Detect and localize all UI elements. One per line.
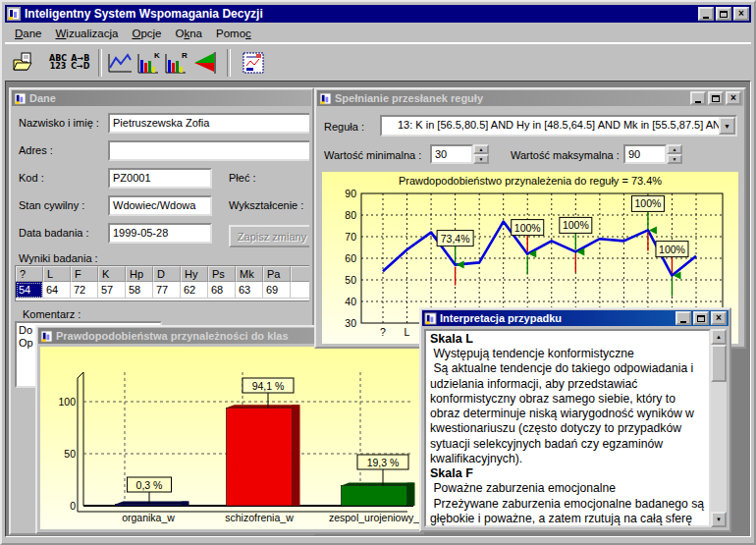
svg-text:R: R (182, 51, 188, 60)
menu-pomoc[interactable]: Pomoc (210, 26, 259, 41)
report-button[interactable] (242, 51, 265, 75)
results-table: ?LFKHpDHyPsMkPa54647257587762686369 (15, 265, 309, 301)
scale-paragraph: Poważne zaburzenia emocjonalne (430, 481, 706, 496)
arrow-down-icon: ▼ (716, 517, 722, 522)
bar-chart-r-button[interactable]: R (164, 50, 188, 76)
rule-titlebar[interactable]: Spełnianie przesłanek reguły × (317, 90, 743, 106)
dane-titlebar[interactable]: Dane (12, 90, 311, 106)
app-title: Inteligentny System Wspomagania Decyzji (25, 7, 694, 21)
minimize-button[interactable] (690, 91, 706, 105)
spin-down-button[interactable]: ▼ (667, 154, 682, 164)
main-titlebar: Inteligentny System Wspomagania Decyzji … (5, 5, 751, 23)
spin-up-button[interactable]: ▲ (667, 144, 682, 154)
results-cell[interactable]: 57 (98, 282, 126, 299)
results-cell[interactable]: 64 (43, 282, 71, 299)
bar-schizofrenia_w (227, 408, 293, 506)
minimize-button[interactable] (675, 311, 691, 325)
results-header-cell[interactable]: K (98, 266, 126, 282)
close-button[interactable]: × (733, 7, 749, 21)
results-header-cell[interactable]: Mk (236, 266, 263, 282)
svg-text:50: 50 (64, 448, 76, 460)
results-header-cell[interactable]: ? (16, 266, 43, 282)
abc-123-button[interactable]: ABC 123 (49, 55, 67, 71)
menu-wizualizacja[interactable]: Wizualizacja (50, 26, 127, 41)
results-cell[interactable]: 72 (71, 282, 98, 299)
date-input[interactable]: 1999-05-28 (108, 223, 212, 244)
gender-label: Płeć : (229, 172, 256, 184)
date-label: Data badania : (19, 227, 89, 239)
interpretation-title: Interpretacja przypadku (440, 312, 673, 324)
results-header-cell[interactable]: Hp (126, 266, 153, 282)
svg-text:0,3 %: 0,3 % (136, 479, 163, 491)
bar-zespol_urojeniowy_ (342, 486, 407, 506)
svg-text:94,1 %: 94,1 % (252, 380, 285, 392)
svg-text:100%: 100% (659, 244, 685, 255)
maximize-button[interactable] (708, 91, 724, 105)
window-icon (40, 330, 53, 343)
results-cell[interactable]: 68 (208, 282, 236, 299)
interpretation-window: Interpretacja przypadku × Skala L Występ… (419, 307, 731, 532)
close-button[interactable]: × (711, 311, 727, 325)
results-cell[interactable]: 63 (236, 282, 263, 299)
menu-dane[interactable]: Dane (9, 26, 50, 41)
address-input[interactable] (108, 140, 309, 161)
scroll-up-button[interactable]: ▲ (711, 329, 727, 345)
rule-title: Spełnianie przesłanek reguły (335, 92, 687, 104)
arrow-up-icon: ▲ (716, 334, 722, 340)
scale-heading: Skala L (430, 332, 706, 347)
save-changes-button[interactable]: Zapisz zmiany (229, 225, 309, 247)
open-file-button[interactable] (12, 51, 35, 75)
rule-label: Reguła : (324, 121, 364, 133)
line-chart-button[interactable] (107, 51, 133, 75)
results-cell[interactable]: 77 (153, 282, 181, 299)
code-input[interactable]: PZ0001 (108, 168, 212, 189)
main-window: Inteligentny System Wspomagania Decyzji … (0, 0, 756, 545)
min-value-input[interactable]: 30 (430, 144, 473, 164)
min-spinner[interactable]: ▲ ▼ (473, 144, 489, 164)
rule-combobox[interactable]: 13: K in [56.5,80.5] AND Hy in [48.5,64.… (380, 115, 737, 136)
spin-up-button[interactable]: ▲ (473, 144, 489, 154)
maximize-button[interactable] (693, 311, 709, 325)
max-value-input[interactable]: 90 (623, 144, 667, 164)
results-header-cell[interactable]: Ps (208, 266, 236, 282)
results-header-cell[interactable]: Hy (181, 266, 208, 282)
membership-arrow-icon (457, 261, 464, 269)
toolbar: ABC 123 A→B C→D K (5, 43, 751, 82)
interpretation-titlebar[interactable]: Interpretacja przypadku × (422, 310, 729, 326)
close-button[interactable]: × (726, 91, 741, 105)
bar-chart-k-button[interactable]: K (136, 50, 160, 76)
results-cell[interactable]: 62 (181, 282, 208, 299)
results-header-cell[interactable]: D (153, 266, 181, 282)
svg-text:?: ? (380, 326, 386, 338)
name-input[interactable]: Pietruszewska Zofia (108, 113, 309, 134)
bar-category-label: zespol_urojeniowy_ (329, 512, 419, 523)
scrollbar[interactable]: ▲ ▼ (711, 329, 727, 527)
results-cell[interactable]: 54 (16, 282, 43, 299)
mdi-area: Dane Nazwisko i imię : Adres : Kod : Sta… (5, 81, 751, 537)
membership-function-button[interactable] (191, 51, 218, 75)
results-cell[interactable]: 69 (263, 282, 291, 299)
bar-category-label: organika_w (122, 512, 175, 523)
menu-opcje[interactable]: Opcje (126, 26, 169, 41)
menu-okna[interactable]: Okna (169, 26, 210, 41)
rule-convert-button[interactable]: A→B C→D (71, 55, 89, 71)
scroll-down-button[interactable]: ▼ (711, 512, 727, 527)
dane-title: Dane (29, 92, 309, 104)
dropdown-button[interactable]: ▼ (719, 117, 735, 135)
spin-down-button[interactable]: ▼ (473, 154, 489, 164)
scale-paragraph: Są aktualne tendencje do takiego odpowia… (430, 361, 706, 466)
bar-side (407, 483, 415, 506)
results-cell[interactable]: 58 (126, 282, 153, 299)
svg-text:100%: 100% (514, 222, 541, 234)
minimize-button[interactable] (698, 7, 714, 21)
maximize-button[interactable] (716, 7, 731, 21)
marital-input[interactable]: Wdowiec/Wdowa (108, 195, 212, 216)
svg-text:60: 60 (345, 252, 356, 264)
report-icon (242, 51, 265, 75)
results-header-cell[interactable]: F (71, 266, 98, 282)
svg-text:100%: 100% (635, 197, 662, 209)
results-header-cell[interactable]: L (43, 266, 71, 282)
results-header-cell[interactable]: Pa (263, 266, 291, 282)
max-spinner[interactable]: ▲ ▼ (667, 144, 682, 164)
scroll-thumb[interactable] (711, 345, 727, 382)
